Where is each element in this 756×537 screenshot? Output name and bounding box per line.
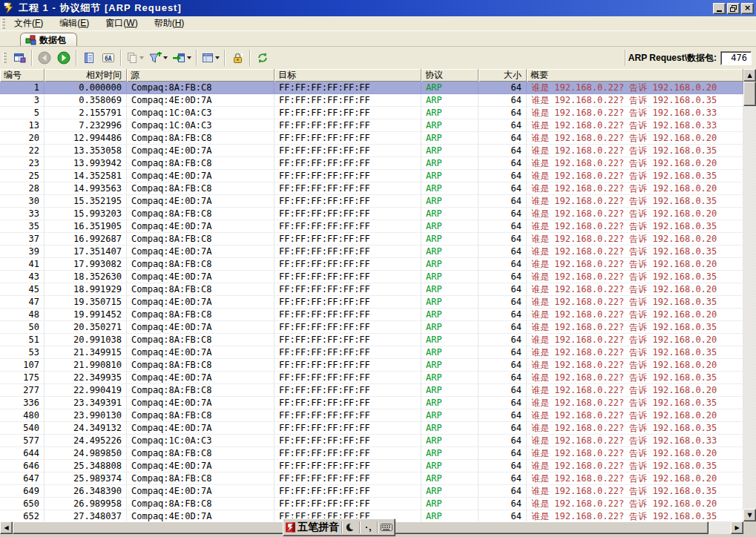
table-row[interactable]: 2514.352581Compaq:4E:0D:7AFF:FF:FF:FF:FF…	[0, 170, 743, 182]
project-window-icon[interactable]	[10, 49, 29, 67]
table-row[interactable]: 2213.353058Compaq:4E:0D:7AFF:FF:FF:FF:FF…	[0, 145, 743, 157]
full-half-moon-icon[interactable]	[345, 521, 357, 534]
dropdown-arrow-icon[interactable]	[163, 56, 168, 59]
dropdown-arrow-icon[interactable]	[187, 56, 191, 59]
cell-proto: ARP	[421, 82, 479, 94]
table-row[interactable]: 52.155791Compaq:1C:0A:C3FF:FF:FF:FF:FF:F…	[0, 107, 743, 119]
table-row[interactable]: 2012.994486Compaq:8A:FB:C8FF:FF:FF:FF:FF…	[0, 132, 743, 145]
hex-view-icon[interactable]: 6A	[99, 49, 118, 67]
cell-size: 64	[479, 485, 527, 498]
menu-item-window[interactable]: 窗口(W)	[99, 16, 143, 31]
menu-item-help[interactable]: 帮助(H)	[148, 16, 191, 31]
cell-src: Compaq:4E:0D:7A	[127, 271, 275, 283]
ime-bar[interactable]: 五笔拼音 ·,	[283, 518, 395, 536]
column-header-time[interactable]: 相对时间	[45, 69, 127, 82]
cell-no: 45	[0, 283, 45, 296]
table-row[interactable]: 3015.352195Compaq:4E:0D:7AFF:FF:FF:FF:FF…	[0, 195, 743, 208]
punctuation-icon[interactable]: ·,	[363, 521, 375, 534]
vertical-scrollbar-track[interactable]	[743, 82, 756, 509]
menu-item-edit[interactable]: 编辑(E)	[53, 16, 95, 31]
cell-size: 64	[479, 498, 527, 510]
table-row[interactable]: 57724.495226Compaq:1C:0A:C3FF:FF:FF:FF:F…	[0, 435, 743, 447]
table-row[interactable]: 64725.989374Compaq:8A:FB:C8FF:FF:FF:FF:F…	[0, 472, 743, 485]
table-row[interactable]: 137.232996Compaq:1C:0A:C3FF:FF:FF:FF:FF:…	[0, 119, 743, 132]
minimize-button[interactable]	[713, 3, 726, 14]
table-row[interactable]: 2313.993942Compaq:8A:FB:C8FF:FF:FF:FF:FF…	[0, 157, 743, 170]
cell-size: 64	[479, 409, 527, 422]
column-header-dst[interactable]: 目标	[275, 69, 421, 82]
table-row[interactable]: 3516.351905Compaq:4E:0D:7AFF:FF:FF:FF:FF…	[0, 220, 743, 233]
column-header-summary[interactable]: 概要	[527, 69, 743, 82]
table-row[interactable]: 4719.350715Compaq:4E:0D:7AFF:FF:FF:FF:FF…	[0, 296, 743, 309]
cell-time: 23.349391	[45, 397, 127, 409]
table-row[interactable]: 27722.990419Compaq:8A:FB:C8FF:FF:FF:FF:F…	[0, 384, 743, 397]
column-header-size[interactable]: 大小	[479, 69, 527, 82]
table-row[interactable]: 4518.991929Compaq:8A:FB:C8FF:FF:FF:FF:FF…	[0, 283, 743, 296]
column-header-no[interactable]: 编号	[0, 69, 45, 82]
cell-size: 64	[479, 296, 527, 309]
table-row[interactable]: 64926.348390Compaq:4E:0D:7AFF:FF:FF:FF:F…	[0, 485, 743, 498]
table-row[interactable]: 48023.990130Compaq:8A:FB:C8FF:FF:FF:FF:F…	[0, 409, 743, 422]
ime-logo-icon[interactable]	[286, 521, 295, 534]
cell-size: 64	[479, 182, 527, 195]
column-header-src[interactable]: 源	[127, 69, 275, 82]
cell-proto: ARP	[421, 346, 479, 359]
table-row[interactable]: 3716.992687Compaq:8A:FB:C8FF:FF:FF:FF:FF…	[0, 233, 743, 246]
cell-dst: FF:FF:FF:FF:FF:FF	[275, 397, 421, 409]
close-button[interactable]: ×	[741, 3, 754, 14]
toolbar-grip[interactable]	[3, 53, 7, 63]
table-row[interactable]: 17522.349935Compaq:4E:0D:7AFF:FF:FF:FF:F…	[0, 372, 743, 384]
filter-icon[interactable]	[146, 49, 170, 67]
restore-button[interactable]	[727, 3, 740, 14]
lock-icon[interactable]	[228, 49, 247, 67]
forward-icon[interactable]	[54, 49, 73, 67]
column-header-proto[interactable]: 协议	[421, 69, 479, 82]
table-row[interactable]: 4318.352630Compaq:4E:0D:7AFF:FF:FF:FF:FF…	[0, 271, 743, 283]
table-row[interactable]: 10.000000Compaq:8A:FB:C8FF:FF:FF:FF:FF:F…	[0, 82, 743, 94]
export-icon[interactable]	[170, 49, 194, 67]
dropdown-arrow-icon[interactable]	[215, 56, 220, 59]
table-row[interactable]: 4819.991452Compaq:8A:FB:C8FF:FF:FF:FF:FF…	[0, 309, 743, 321]
table-row[interactable]: 2814.993563Compaq:8A:FB:C8FF:FF:FF:FF:FF…	[0, 182, 743, 195]
tab-packets[interactable]: 数据包	[20, 33, 77, 47]
table-row[interactable]: 4117.993082Compaq:8A:FB:C8FF:FF:FF:FF:FF…	[0, 258, 743, 271]
back-icon[interactable]	[35, 49, 54, 67]
scroll-left-button[interactable]: ◀	[0, 521, 13, 534]
table-row[interactable]: 65026.989958Compaq:8A:FB:C8FF:FF:FF:FF:F…	[0, 498, 743, 510]
cell-time: 18.991929	[45, 283, 127, 296]
refresh-icon[interactable]	[253, 49, 272, 67]
table-row[interactable]: 5321.349915Compaq:4E:0D:7AFF:FF:FF:FF:FF…	[0, 346, 743, 359]
menu-item-file[interactable]: 文件(F)	[8, 16, 49, 31]
cell-dst: FF:FF:FF:FF:FF:FF	[275, 498, 421, 510]
cell-size: 64	[479, 384, 527, 397]
scroll-up-button[interactable]: ▲	[743, 69, 756, 82]
columns-icon[interactable]	[200, 49, 222, 67]
table-row[interactable]: 5020.350271Compaq:4E:0D:7AFF:FF:FF:FF:FF…	[0, 321, 743, 334]
report-icon[interactable]	[79, 49, 99, 67]
table-row[interactable]: 3315.993203Compaq:8A:FB:C8FF:FF:FF:FF:FF…	[0, 208, 743, 220]
table-row[interactable]: 64424.989850Compaq:8A:FB:C8FF:FF:FF:FF:F…	[0, 447, 743, 460]
table-row[interactable]: 30.358069Compaq:4E:0D:7AFF:FF:FF:FF:FF:F…	[0, 94, 743, 107]
keyboard-icon[interactable]	[381, 521, 392, 534]
cell-time: 24.989850	[45, 447, 127, 460]
dropdown-arrow-icon[interactable]	[139, 56, 144, 59]
menu-grip[interactable]	[1, 19, 5, 29]
table-row[interactable]: 10721.990810Compaq:8A:FB:C8FF:FF:FF:FF:F…	[0, 359, 743, 372]
table-row[interactable]: 33623.349391Compaq:4E:0D:7AFF:FF:FF:FF:F…	[0, 397, 743, 409]
cell-summary: 谁是 192.168.0.22? 告诉 192.168.0.33	[527, 435, 743, 447]
cell-size: 64	[479, 309, 527, 321]
ime-name-label[interactable]: 五笔拼音	[298, 521, 339, 534]
vertical-scrollbar-thumb[interactable]	[743, 82, 756, 106]
table-row[interactable]: 3917.351407Compaq:4E:0D:7AFF:FF:FF:FF:FF…	[0, 246, 743, 258]
copy-icon[interactable]	[124, 49, 146, 67]
cell-src: Compaq:8A:FB:C8	[127, 472, 275, 485]
scroll-down-button[interactable]: ▼	[743, 509, 756, 521]
vertical-scrollbar[interactable]: ▲ ▼	[743, 69, 756, 521]
cell-proto: ARP	[421, 119, 479, 132]
arrow-right-icon: ▶	[734, 524, 739, 531]
cell-proto: ARP	[421, 107, 479, 119]
table-row[interactable]: 5120.991038Compaq:8A:FB:C8FF:FF:FF:FF:FF…	[0, 334, 743, 346]
table-row[interactable]: 54024.349132Compaq:4E:0D:7AFF:FF:FF:FF:F…	[0, 422, 743, 435]
table-row[interactable]: 64625.348808Compaq:4E:0D:7AFF:FF:FF:FF:F…	[0, 460, 743, 472]
scroll-right-button[interactable]: ▶	[731, 521, 743, 534]
